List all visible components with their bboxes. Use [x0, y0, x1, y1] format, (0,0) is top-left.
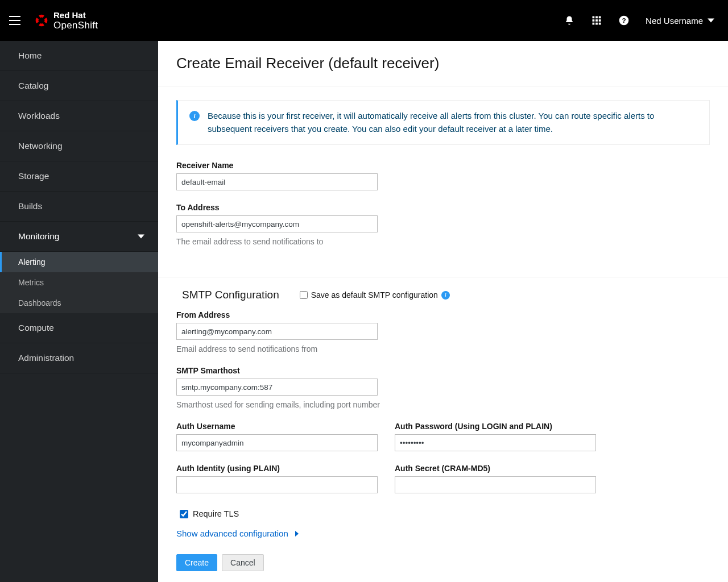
- sidebar-item-catalog[interactable]: Catalog: [0, 71, 158, 101]
- auth-secret-input[interactable]: [395, 476, 596, 493]
- page-title: Create Email Receiver (default receiver): [158, 41, 728, 86]
- info-alert: i Because this is your first receiver, i…: [176, 100, 710, 145]
- auth-secret-label: Auth Secret (CRAM-MD5): [395, 464, 596, 473]
- create-button[interactable]: Create: [176, 554, 217, 571]
- info-icon: i: [189, 111, 200, 121]
- svg-rect-1: [595, 16, 598, 19]
- user-menu[interactable]: Ned Username: [646, 16, 714, 26]
- svg-rect-2: [599, 16, 601, 19]
- from-address-label: From Address: [176, 310, 710, 319]
- to-address-input[interactable]: [176, 215, 378, 232]
- sidebar-subitem-dashboards[interactable]: Dashboards: [0, 293, 158, 313]
- sidebar-item-label: Dashboards: [18, 298, 61, 307]
- sidebar-item-label: Alerting: [18, 257, 45, 267]
- svg-rect-8: [599, 23, 601, 25]
- sidebar-item-administration[interactable]: Administration: [0, 343, 158, 373]
- to-address-label: To Address: [176, 203, 710, 212]
- auth-username-input[interactable]: [176, 434, 378, 451]
- smarthost-label: SMTP Smarthost: [176, 366, 710, 375]
- auth-identity-input[interactable]: [176, 476, 378, 493]
- chevron-down-icon: [708, 17, 714, 24]
- smarthost-help: Smarthost used for sending emails, inclu…: [176, 400, 710, 409]
- svg-rect-6: [593, 23, 595, 25]
- sidebar-item-networking[interactable]: Networking: [0, 131, 158, 161]
- receiver-name-label: Receiver Name: [176, 161, 710, 170]
- brand-name-top: Red Hat: [53, 11, 98, 19]
- sidebar-item-label: Administration: [18, 353, 74, 363]
- chevron-down-icon: [138, 233, 144, 240]
- redhat-icon: [34, 13, 49, 28]
- help-icon[interactable]: ?: [618, 15, 630, 26]
- sidebar: Home Catalog Workloads Networking Storag…: [0, 41, 158, 582]
- sidebar-submenu-monitoring: Alerting Metrics Dashboards: [0, 252, 158, 313]
- sidebar-item-workloads[interactable]: Workloads: [0, 101, 158, 131]
- smarthost-input[interactable]: [176, 379, 378, 396]
- masthead: Red Hat OpenShift ? Ned Username: [0, 0, 728, 41]
- svg-rect-7: [595, 23, 598, 25]
- show-advanced-link[interactable]: Show advanced configuration: [176, 529, 710, 538]
- auth-identity-label: Auth Identity (using PLAIN): [176, 464, 378, 473]
- sidebar-item-label: Networking: [18, 141, 63, 151]
- sidebar-item-label: Compute: [18, 323, 54, 333]
- require-tls-checkbox[interactable]: [180, 510, 188, 518]
- from-address-help: Email address to send notifications from: [176, 344, 710, 354]
- sidebar-item-storage[interactable]: Storage: [0, 161, 158, 192]
- username-label: Ned Username: [646, 16, 703, 26]
- bell-icon[interactable]: [564, 15, 575, 26]
- svg-text:?: ?: [622, 16, 626, 24]
- sidebar-subitem-metrics[interactable]: Metrics: [0, 272, 158, 293]
- sidebar-item-label: Metrics: [18, 278, 44, 287]
- chevron-right-icon: [294, 531, 300, 537]
- sidebar-item-label: Storage: [18, 171, 49, 181]
- sidebar-item-label: Builds: [18, 201, 42, 211]
- sidebar-item-builds[interactable]: Builds: [0, 192, 158, 222]
- sidebar-subitem-alerting[interactable]: Alerting: [0, 252, 158, 272]
- info-icon[interactable]: i: [441, 291, 450, 300]
- smtp-heading: SMTP Configuration: [182, 289, 279, 301]
- save-default-label: Save as default SMTP configuration: [311, 290, 438, 300]
- main-content: Create Email Receiver (default receiver)…: [158, 41, 728, 582]
- brand-name-bottom: OpenShift: [53, 20, 98, 30]
- sidebar-item-label: Home: [18, 51, 42, 61]
- svg-rect-5: [599, 19, 601, 22]
- sidebar-item-label: Catalog: [18, 81, 48, 91]
- auth-username-label: Auth Username: [176, 422, 378, 431]
- sidebar-item-label: Workloads: [18, 111, 60, 121]
- to-address-help: The email address to send notifications …: [176, 237, 710, 246]
- require-tls[interactable]: Require TLS: [180, 509, 710, 518]
- svg-rect-3: [593, 19, 595, 22]
- info-alert-text: Because this is your first receiver, it …: [208, 110, 698, 135]
- from-address-input[interactable]: [176, 323, 378, 340]
- sidebar-item-monitoring[interactable]: Monitoring: [0, 222, 158, 252]
- cancel-button[interactable]: Cancel: [222, 554, 264, 571]
- save-default-checkbox[interactable]: [300, 291, 308, 299]
- brand-logo[interactable]: Red Hat OpenShift: [34, 11, 98, 30]
- sidebar-item-compute[interactable]: Compute: [0, 313, 158, 343]
- save-default-smtp[interactable]: Save as default SMTP configuration i: [300, 290, 450, 300]
- show-advanced-label: Show advanced configuration: [176, 529, 288, 538]
- sidebar-item-home[interactable]: Home: [0, 41, 158, 71]
- nav-toggle-button[interactable]: [9, 14, 23, 27]
- sidebar-item-label: Monitoring: [18, 231, 59, 242]
- auth-password-label: Auth Password (Using LOGIN and PLAIN): [395, 422, 596, 431]
- auth-password-input[interactable]: [395, 434, 596, 451]
- receiver-name-input[interactable]: [176, 173, 378, 190]
- apps-grid-icon[interactable]: [591, 15, 602, 26]
- svg-rect-0: [593, 16, 595, 19]
- svg-rect-4: [595, 19, 598, 22]
- require-tls-label: Require TLS: [193, 509, 239, 518]
